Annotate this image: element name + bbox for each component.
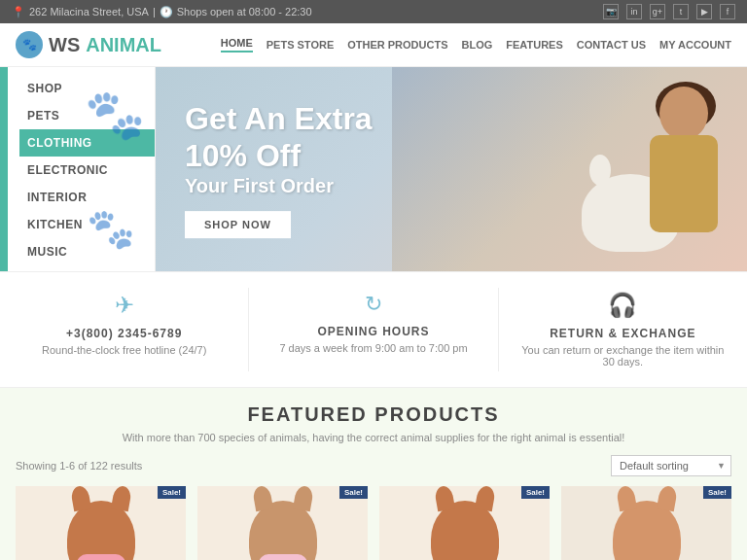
info-bar: ✈ +3(800) 2345-6789 Round-the-clock free… [0,271,747,388]
logo-animal: ANIMAL [86,34,161,56]
products-toolbar: Showing 1-6 of 122 results Default sorti… [16,455,731,476]
twitter-icon[interactable]: t [673,4,689,19]
phone-text: Round-the-clock free hotline (24/7) [42,344,206,356]
dog-ear-left-4 [615,486,636,511]
featured-products-section: FEATURED PRODUCTS With more than 700 spe… [0,388,747,560]
nav-home[interactable]: HOME [221,37,253,52]
nav-other-products[interactable]: OTHER PRODUCTS [347,39,447,51]
dog-ear-left-2 [251,486,272,511]
dog-ear-right-4 [656,486,677,511]
social-icons: 📷 in g+ t ▶ f [603,4,735,19]
dog-figure-4 [613,501,681,560]
google-plus-icon[interactable]: g+ [650,4,665,19]
phone-title: +3(800) 2345-6789 [66,327,182,340]
logo-icon: 🐾 [16,31,43,58]
dog-ear-left-1 [69,486,90,511]
product-card-2[interactable]: Sale! [197,486,368,560]
dog-shirt-1 [77,554,125,560]
hours-icon: ↻ [365,292,382,317]
paw-decoration-bottom: 🐾 [87,206,135,252]
youtube-icon[interactable]: ▶ [696,4,712,19]
clock-icon: 🕐 [160,6,173,18]
sale-badge-2: Sale! [339,486,368,499]
product-card-4[interactable]: Sale! [561,486,731,560]
main-navigation: HOME PETS STORE OTHER PRODUCTS BLOG FEAT… [221,37,731,52]
dog-figure-1 [67,501,135,560]
sidebar: 🐾 🐾 SHOP PETS CLOTHING ELECTRONIC INTERI… [0,67,156,271]
nav-features[interactable]: FEATURES [506,39,562,51]
nav-my-account[interactable]: MY ACCOUNT [659,39,731,51]
dog-ear-right-2 [292,486,313,511]
product-image-4: Sale! [561,486,731,560]
instagram-icon[interactable]: 📷 [603,4,619,19]
header: 🐾 WS ANIMAL HOME PETS STORE OTHER PRODUC… [0,23,747,67]
hours-title: OPENING HOURS [317,325,429,338]
hero-background [392,67,747,271]
product-image-3: Sale! [379,486,550,560]
return-title: RETURN & EXCHANGE [550,327,695,340]
dog-shirt-2 [259,554,307,560]
product-card-3[interactable]: Sale! [379,486,550,560]
shop-now-button[interactable]: SHOP NOW [185,211,291,238]
top-bar-info: 📍 262 Milacina Street, USA | 🕐 Shops ope… [12,6,312,18]
sidebar-accent [0,67,8,271]
dog-ear-right-3 [474,486,495,511]
hours-text: 7 days a week from 9:00 am to 7:00 pm [279,342,467,354]
dog-ear-left [589,155,611,186]
sort-select[interactable]: Default sorting Price: Low to High Price… [611,455,731,476]
products-grid: Sale! Sale! Sale! [16,486,731,560]
facebook-icon[interactable]: f [720,4,735,19]
info-return: 🎧 RETURN & EXCHANGE You can return or ex… [499,288,747,371]
sort-wrapper: Default sorting Price: Low to High Price… [611,455,731,476]
girl-head [659,87,708,140]
sale-badge-1: Sale! [158,486,186,499]
location-icon: 📍 [12,6,25,18]
content-area: 🐾 🐾 SHOP PETS CLOTHING ELECTRONIC INTERI… [0,67,747,271]
product-card-1[interactable]: Sale! [16,486,186,560]
top-bar: 📍 262 Milacina Street, USA | 🕐 Shops ope… [0,0,747,23]
dog-figure-3 [431,501,499,560]
hero-line2: 10% Off [185,138,373,175]
logo: 🐾 WS ANIMAL [16,31,161,58]
product-image-1: Sale! [16,486,186,560]
featured-title: FEATURED PRODUCTS [16,403,731,426]
hero-content: Get An Extra 10% Off Your First Order SH… [185,100,373,238]
info-hours: ↻ OPENING HOURS 7 days a week from 9:00 … [249,288,498,371]
return-icon: 🎧 [608,292,637,319]
dog-figure-2 [249,501,317,560]
paw-decoration-top: 🐾 [85,87,145,143]
hours-text: Shops open at 08:00 - 22:30 [177,6,312,18]
sale-badge-3: Sale! [521,486,550,499]
sale-badge-4: Sale! [703,486,731,499]
hero-banner: Get An Extra 10% Off Your First Order SH… [156,67,747,271]
phone-icon: ✈ [115,292,134,319]
logo-ws: WS [49,34,80,56]
sidebar-item-electronic[interactable]: ELECTRONIC [19,157,155,184]
results-count: Showing 1-6 of 122 results [16,460,142,472]
info-phone: ✈ +3(800) 2345-6789 Round-the-clock free… [0,288,249,371]
separator: | [153,6,156,18]
nav-contact-us[interactable]: CONTACT US [577,39,646,51]
featured-subtitle: With more than 700 species of animals, h… [16,432,731,443]
nav-blog[interactable]: BLOG [462,39,493,51]
product-image-2: Sale! [197,486,368,560]
address-text: 262 Milacina Street, USA [29,6,149,18]
return-text: You can return or exchange the item with… [515,344,731,368]
hero-line1: Get An Extra [185,100,373,137]
girl-body [650,135,718,232]
linkedin-icon[interactable]: in [626,4,642,19]
dog-ear-left-3 [433,486,454,511]
hero-line3: Your First Order [185,175,373,197]
nav-pets-store[interactable]: PETS STORE [267,39,334,51]
hero-illustration [582,77,737,271]
dog-shirt-3 [441,554,489,560]
dog-shirt-4 [622,554,671,560]
dog-ear-right-1 [110,486,131,511]
